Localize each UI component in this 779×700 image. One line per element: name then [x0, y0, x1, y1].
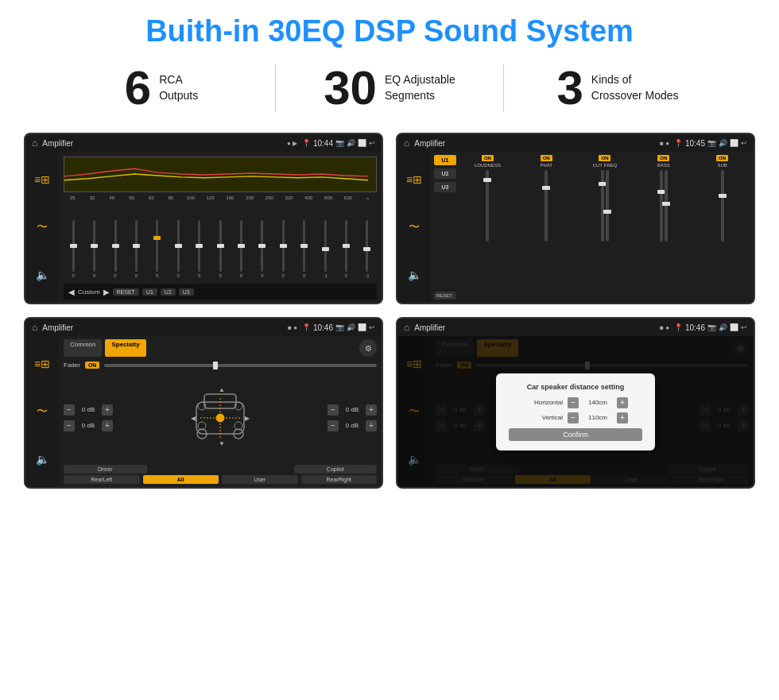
- preset-u1[interactable]: U1: [434, 155, 456, 165]
- tab-common[interactable]: Common: [64, 339, 102, 357]
- channel-sub: ON SUB: [694, 155, 750, 242]
- eq-slider-5: 0: [169, 220, 188, 284]
- u1-button[interactable]: U1: [142, 288, 157, 296]
- eq-graph: [64, 157, 377, 192]
- crossover-reset[interactable]: RESET: [434, 292, 456, 300]
- u2-button[interactable]: U2: [161, 288, 176, 296]
- specialty-dot-icons: ■ ●: [288, 324, 297, 331]
- window-icon-2: ⬜: [730, 139, 738, 147]
- dialog-status-bar: ⌂ Amplifier ■ ● 📍 10:46 📷 🔊 ⬜ ↩: [397, 319, 754, 336]
- dialog-overlay: Car speaker distance setting Horizontal …: [397, 336, 754, 487]
- eq-icon-2: ≡⊞: [406, 173, 422, 186]
- camera-icon-3: 📷: [335, 323, 344, 331]
- db-fl-minus[interactable]: −: [64, 404, 75, 416]
- eq-sliders: 0 0 0 0 5: [64, 203, 377, 284]
- user-button[interactable]: User: [222, 475, 298, 484]
- db-rr-plus[interactable]: +: [366, 420, 377, 431]
- location-icon: 📍: [302, 139, 311, 147]
- stat-rca: 6 RCA Outputs: [48, 64, 275, 112]
- settings-icon[interactable]: ⚙: [359, 339, 377, 357]
- vertical-minus-button[interactable]: −: [568, 412, 579, 423]
- specialty-status-icons: 📍 10:46 📷 🔊 ⬜ ↩: [302, 323, 375, 332]
- eq-slider-7: 0: [211, 220, 230, 284]
- camera-icon-2: 📷: [707, 139, 716, 147]
- horizontal-minus-button[interactable]: −: [568, 397, 579, 408]
- preset-u2[interactable]: U2: [434, 168, 456, 179]
- tab-specialty[interactable]: Specialty: [105, 339, 145, 357]
- driver-button[interactable]: Driver: [64, 465, 147, 474]
- eq-main-content: 25 32 40 50 63 80 100 125 160 200 250 32…: [59, 152, 382, 303]
- speaker-icon: 🔈: [36, 269, 49, 281]
- eq-slider-9: 0: [253, 220, 272, 284]
- rearright-button[interactable]: RearRight: [301, 475, 378, 484]
- eq-slider-2: 0: [106, 220, 125, 284]
- channel-cutfreq: ON CUT FREQ: [577, 155, 634, 242]
- db-rl-minus[interactable]: −: [64, 420, 75, 431]
- stat-eq: 30 EQ Adjustable Segments: [276, 64, 503, 112]
- speaker-icon-2: 🔈: [408, 269, 421, 281]
- rearleft-button[interactable]: RearLeft: [64, 475, 140, 484]
- eq-slider-6: 0: [189, 220, 208, 284]
- all-button[interactable]: All: [143, 475, 219, 484]
- vertical-value: 110cm: [583, 414, 612, 421]
- u3-button[interactable]: U3: [179, 288, 194, 296]
- specialty-screen-body: ≡⊞ 〜 🔈 Common Specialty ⚙ Fader ON: [25, 336, 382, 487]
- vertical-plus-button[interactable]: +: [617, 412, 628, 423]
- prev-button[interactable]: ◀: [68, 288, 75, 296]
- custom-label: Custom: [78, 288, 100, 296]
- location-icon-3: 📍: [302, 323, 311, 331]
- stat-rca-number: 6: [125, 64, 151, 112]
- eq-freq-labels: 25 32 40 50 63 80 100 125 160 200 250 32…: [64, 195, 377, 200]
- crossover-status-icons: 📍 10:45 📷 🔊 ⬜ ↩: [674, 139, 747, 148]
- crossover-screen: ⌂ Amplifier ■ ● 📍 10:45 📷 🔊 ⬜ ↩ ≡⊞ 〜 🔈: [396, 133, 755, 304]
- home-icon-3: ⌂: [32, 322, 37, 333]
- db-fr-minus[interactable]: −: [327, 404, 339, 416]
- home-icon-4: ⌂: [404, 322, 409, 333]
- eq-slider-11: 0: [294, 220, 313, 284]
- stats-row: 6 RCA Outputs 30 EQ Adjustable Segments …: [0, 56, 779, 126]
- eq-slider-8: 0: [231, 220, 250, 284]
- volume-icon-4: 🔊: [719, 323, 727, 331]
- crossover-time: 10:45: [685, 139, 705, 148]
- svg-text:▼: ▼: [219, 440, 225, 447]
- eq-slider-0: 0: [64, 220, 83, 284]
- eq-slider-3: 0: [126, 220, 145, 284]
- svg-text:◀: ◀: [191, 415, 196, 422]
- db-rr-minus[interactable]: −: [327, 420, 339, 431]
- wave-icon: 〜: [37, 220, 48, 234]
- channel-loudness: ON LOUDNESS: [459, 155, 516, 242]
- db-fr-plus[interactable]: +: [366, 404, 377, 416]
- dialog-screen-title: Amplifier: [414, 323, 655, 332]
- page-title: Buith-in 30EQ DSP Sound System: [0, 0, 779, 56]
- volume-icon-3: 🔊: [347, 323, 355, 331]
- db-fl-value: 0 dB: [77, 406, 99, 413]
- home-icon-2: ⌂: [404, 137, 409, 149]
- db-rl-plus[interactable]: +: [102, 420, 113, 431]
- fader-label: Fader: [64, 362, 80, 369]
- horizontal-plus-button[interactable]: +: [617, 397, 628, 408]
- dialog-status-icons: 📍 10:46 📷 🔊 ⬜ ↩: [674, 323, 747, 332]
- preset-u3[interactable]: U3: [434, 182, 456, 192]
- eq-screen-body: ≡⊞ 〜 🔈 25 32 40 50 63: [25, 152, 382, 303]
- db-rr-value: 0 dB: [341, 422, 363, 429]
- reset-button[interactable]: RESET: [113, 288, 139, 296]
- eq-icon: ≡⊞: [34, 173, 50, 186]
- left-db-controls: − 0 dB + − 0 dB +: [64, 373, 113, 462]
- play-button[interactable]: ▶: [103, 288, 110, 296]
- specialty-tabs: Common Specialty ⚙: [64, 339, 377, 357]
- db-fr-value: 0 dB: [341, 406, 363, 413]
- copilot-button[interactable]: Copilot: [294, 465, 378, 474]
- crossover-screen-title: Amplifier: [414, 139, 655, 148]
- specialty-bottom-buttons-2: RearLeft All User RearRight: [64, 475, 377, 484]
- fader-slider[interactable]: [104, 364, 377, 367]
- svg-text:▲: ▲: [219, 386, 225, 393]
- db-fl-plus[interactable]: +: [102, 404, 113, 416]
- car-diagram: ▲ ▼ ◀ ▶: [118, 373, 323, 462]
- dialog-time: 10:46: [685, 323, 705, 332]
- back-icon-4: ↩: [741, 323, 747, 331]
- confirm-button[interactable]: Confirm: [509, 428, 642, 441]
- crossover-screen-body: ≡⊞ 〜 🔈 U1 U2 U3 RESET ON: [397, 152, 754, 303]
- crossover-dot-icons: ■ ●: [660, 140, 669, 147]
- specialty-side-icons: ≡⊞ 〜 🔈: [25, 336, 59, 487]
- specialty-bottom-buttons: Driver Copilot: [64, 465, 377, 474]
